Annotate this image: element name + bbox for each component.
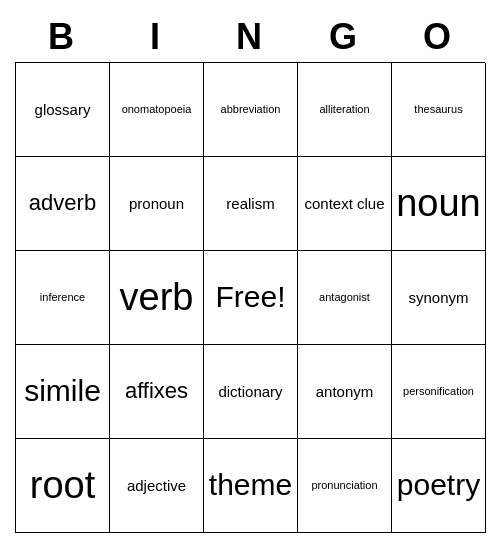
- cell-text: realism: [226, 195, 274, 212]
- cell-text: noun: [396, 182, 481, 225]
- bingo-cell: Free!: [204, 251, 298, 345]
- bingo-cell: synonym: [392, 251, 486, 345]
- cell-text: synonym: [408, 289, 468, 306]
- bingo-cell: simile: [16, 345, 110, 439]
- bingo-cell: onomatopoeia: [110, 63, 204, 157]
- bingo-cell: realism: [204, 157, 298, 251]
- bingo-cell: root: [16, 439, 110, 533]
- bingo-cell: personification: [392, 345, 486, 439]
- bingo-cell: affixes: [110, 345, 204, 439]
- bingo-cell: inference: [16, 251, 110, 345]
- cell-text: adverb: [29, 190, 96, 216]
- cell-text: glossary: [35, 101, 91, 118]
- cell-text: dictionary: [218, 383, 282, 400]
- bingo-cell: noun: [392, 157, 486, 251]
- bingo-header: BINGO: [15, 12, 485, 62]
- bingo-cell: adverb: [16, 157, 110, 251]
- bingo-grid: glossaryonomatopoeiaabbreviationallitera…: [15, 62, 485, 533]
- header-letter: O: [391, 12, 485, 62]
- bingo-cell: theme: [204, 439, 298, 533]
- cell-text: context clue: [304, 195, 384, 212]
- header-letter: I: [109, 12, 203, 62]
- cell-text: antonym: [316, 383, 374, 400]
- cell-text: Free!: [215, 280, 285, 314]
- cell-text: affixes: [125, 378, 188, 404]
- cell-text: pronoun: [129, 195, 184, 212]
- bingo-cell: pronunciation: [298, 439, 392, 533]
- cell-text: theme: [209, 468, 292, 502]
- bingo-cell: context clue: [298, 157, 392, 251]
- bingo-cell: poetry: [392, 439, 486, 533]
- bingo-cell: thesaurus: [392, 63, 486, 157]
- cell-text: inference: [40, 291, 85, 303]
- header-letter: G: [297, 12, 391, 62]
- header-letter: B: [15, 12, 109, 62]
- bingo-cell: alliteration: [298, 63, 392, 157]
- cell-text: thesaurus: [414, 103, 462, 115]
- cell-text: simile: [24, 374, 101, 408]
- cell-text: onomatopoeia: [122, 103, 192, 115]
- cell-text: antagonist: [319, 291, 370, 303]
- bingo-cell: verb: [110, 251, 204, 345]
- cell-text: root: [30, 464, 95, 507]
- cell-text: abbreviation: [221, 103, 281, 115]
- cell-text: personification: [403, 385, 474, 397]
- bingo-cell: dictionary: [204, 345, 298, 439]
- cell-text: pronunciation: [311, 479, 377, 491]
- cell-text: poetry: [397, 468, 480, 502]
- cell-text: adjective: [127, 477, 186, 494]
- bingo-cell: antonym: [298, 345, 392, 439]
- bingo-cell: glossary: [16, 63, 110, 157]
- bingo-cell: abbreviation: [204, 63, 298, 157]
- bingo-cell: antagonist: [298, 251, 392, 345]
- bingo-cell: adjective: [110, 439, 204, 533]
- bingo-cell: pronoun: [110, 157, 204, 251]
- cell-text: verb: [120, 276, 194, 319]
- cell-text: alliteration: [319, 103, 369, 115]
- header-letter: N: [203, 12, 297, 62]
- bingo-card: BINGO glossaryonomatopoeiaabbreviational…: [15, 12, 485, 533]
